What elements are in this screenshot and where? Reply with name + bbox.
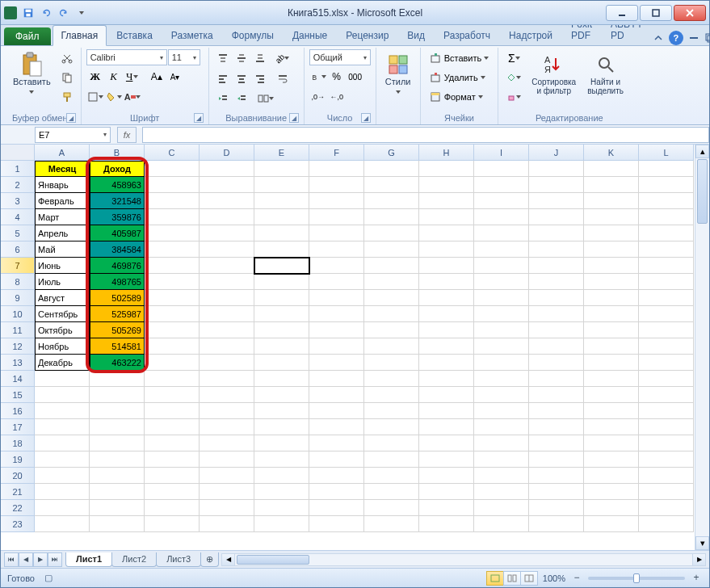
cell-J3[interactable]	[529, 193, 584, 209]
cell-C3[interactable]	[145, 193, 200, 209]
ribbon-tab-3[interactable]: Формулы	[223, 25, 283, 45]
cell-C19[interactable]	[145, 452, 200, 468]
orientation-icon[interactable]: ab	[274, 49, 292, 67]
ribbon-tab-2[interactable]: Разметка	[162, 25, 222, 45]
cell-C8[interactable]	[145, 274, 200, 290]
cell-F21[interactable]	[309, 484, 364, 500]
cell-H22[interactable]	[419, 500, 474, 516]
cell-I10[interactable]	[474, 306, 529, 322]
cell-D19[interactable]	[200, 452, 254, 468]
cell-B9[interactable]: 502589	[90, 290, 145, 306]
col-header-K[interactable]: K	[584, 145, 639, 161]
col-header-D[interactable]: D	[200, 145, 254, 161]
cell-L17[interactable]	[639, 419, 694, 435]
cell-J21[interactable]	[529, 484, 584, 500]
sheet-tab-0[interactable]: Лист1	[65, 552, 112, 567]
ribbon-tab-5[interactable]: Рецензир	[337, 25, 397, 45]
cell-H4[interactable]	[419, 209, 474, 225]
cell-E4[interactable]	[254, 209, 309, 225]
cell-I23[interactable]	[474, 516, 529, 532]
ribbon-tab-6[interactable]: Вид	[398, 25, 434, 45]
cell-J20[interactable]	[529, 468, 584, 484]
cell-G11[interactable]	[364, 322, 419, 338]
number-dialog-icon[interactable]: ◢	[361, 113, 371, 123]
format-cells-button[interactable]: Формат	[426, 88, 487, 106]
cell-J9[interactable]	[529, 290, 584, 306]
cell-K9[interactable]	[584, 290, 639, 306]
cell-A20[interactable]	[35, 468, 90, 484]
cell-A2[interactable]: Январь	[35, 177, 90, 193]
scroll-right-icon[interactable]: ▶	[692, 554, 705, 565]
underline-button[interactable]: Ч	[124, 68, 141, 86]
cell-H1[interactable]	[419, 161, 474, 177]
cell-L11[interactable]	[639, 322, 694, 338]
cell-B17[interactable]	[90, 419, 145, 435]
cell-I16[interactable]	[474, 403, 529, 419]
cell-B16[interactable]	[90, 403, 145, 419]
cell-I8[interactable]	[474, 274, 529, 290]
border-icon[interactable]	[86, 88, 104, 106]
cell-C18[interactable]	[145, 435, 200, 452]
cell-I7[interactable]	[474, 258, 529, 274]
cell-D3[interactable]	[200, 193, 254, 209]
cell-D2[interactable]	[200, 177, 254, 193]
cell-D7[interactable]	[200, 258, 254, 274]
cell-C15[interactable]	[145, 387, 200, 403]
cell-A14[interactable]	[35, 371, 90, 387]
col-header-L[interactable]: L	[639, 145, 694, 161]
cell-K4[interactable]	[584, 209, 639, 225]
cell-G10[interactable]	[364, 306, 419, 322]
cell-B4[interactable]: 359876	[90, 209, 145, 225]
cell-F11[interactable]	[309, 322, 364, 338]
cell-G12[interactable]	[364, 338, 419, 355]
row-header-7[interactable]: 7	[1, 258, 35, 274]
cell-B1[interactable]: Доход	[90, 161, 145, 177]
cell-G8[interactable]	[364, 274, 419, 290]
cell-K17[interactable]	[584, 419, 639, 435]
close-button[interactable]	[674, 5, 706, 21]
cell-D13[interactable]	[200, 355, 254, 371]
cell-B23[interactable]	[90, 516, 145, 532]
cell-K12[interactable]	[584, 338, 639, 355]
cell-J19[interactable]	[529, 452, 584, 468]
row-header-4[interactable]: 4	[1, 209, 35, 225]
sort-filter-button[interactable]: AЯ Сортировка и фильтр	[527, 49, 580, 98]
row-header-15[interactable]: 15	[1, 387, 35, 403]
cell-L20[interactable]	[639, 468, 694, 484]
cell-F12[interactable]	[309, 338, 364, 355]
row-header-6[interactable]: 6	[1, 242, 35, 258]
zoom-in-button[interactable]: +	[690, 572, 703, 585]
cell-F3[interactable]	[309, 193, 364, 209]
cell-K2[interactable]	[584, 177, 639, 193]
minimize-button[interactable]	[606, 5, 638, 21]
cell-A6[interactable]: Май	[35, 242, 90, 258]
cell-C12[interactable]	[145, 338, 200, 355]
cell-G19[interactable]	[364, 452, 419, 468]
cell-I2[interactable]	[474, 177, 529, 193]
row-header-17[interactable]: 17	[1, 419, 35, 435]
align-middle-icon[interactable]	[233, 49, 250, 67]
cell-B2[interactable]: 458963	[90, 177, 145, 193]
cell-J7[interactable]	[529, 258, 584, 274]
help-icon[interactable]: ?	[669, 31, 683, 45]
cell-L4[interactable]	[639, 209, 694, 225]
cell-G13[interactable]	[364, 355, 419, 371]
cell-E14[interactable]	[254, 371, 309, 387]
cell-C20[interactable]	[145, 468, 200, 484]
redo-icon[interactable]	[56, 5, 72, 21]
ribbon-tab-7[interactable]: Разработч	[435, 25, 499, 45]
row-header-2[interactable]: 2	[1, 177, 35, 193]
next-sheet-icon[interactable]: ▶	[33, 552, 48, 567]
cell-G14[interactable]	[364, 371, 419, 387]
cell-B11[interactable]: 505269	[90, 322, 145, 338]
cell-D20[interactable]	[200, 468, 254, 484]
cell-A7[interactable]: Июнь	[35, 258, 90, 274]
macro-record-icon[interactable]: ▢	[44, 573, 53, 583]
cell-L7[interactable]	[639, 258, 694, 274]
decrease-indent-icon[interactable]	[214, 90, 232, 107]
row-header-16[interactable]: 16	[1, 403, 35, 419]
cell-L12[interactable]	[639, 338, 694, 355]
cell-K3[interactable]	[584, 193, 639, 209]
cut-icon[interactable]	[58, 49, 76, 67]
ribbon-tab-0[interactable]: Главная	[53, 25, 107, 46]
